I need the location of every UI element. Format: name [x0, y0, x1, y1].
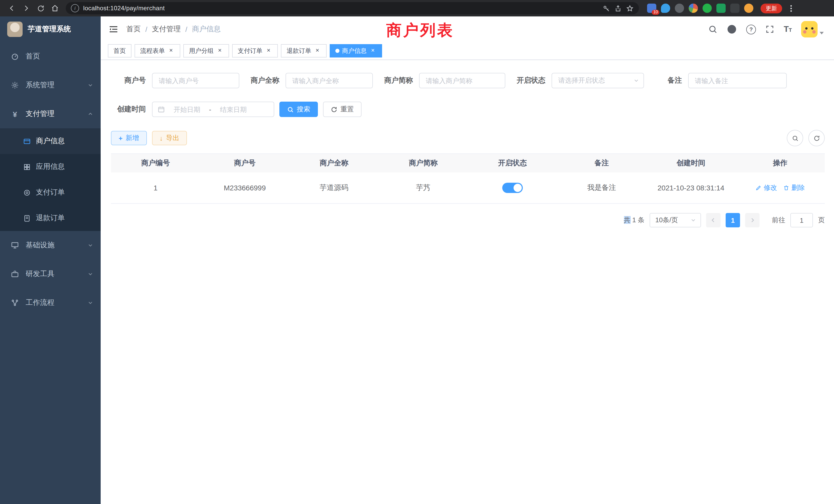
- add-button[interactable]: + 新增: [111, 131, 147, 145]
- fullscreen-icon[interactable]: [765, 25, 774, 34]
- sidebar-item-infrastructure[interactable]: 基础设施: [0, 231, 101, 260]
- extension-grid-icon[interactable]: 10: [647, 4, 656, 13]
- tab-merchant-info[interactable]: 商户信息 ×: [330, 44, 382, 58]
- sidebar-item-payment[interactable]: ¥ 支付管理: [0, 99, 101, 128]
- full-name-label: 商户全称: [250, 76, 286, 85]
- status-select[interactable]: 请选择开启状态: [552, 73, 644, 88]
- sidebar-item-app-info[interactable]: 应用信息: [0, 154, 101, 180]
- tab-home[interactable]: 首页: [108, 44, 131, 58]
- breadcrumb-home[interactable]: 首页: [126, 25, 141, 34]
- chevron-down-icon: [87, 242, 93, 248]
- sidebar-item-workflow[interactable]: 工作流程: [0, 289, 101, 317]
- browser-menu-icon[interactable]: [788, 3, 794, 14]
- sidebar-item-system[interactable]: 系统管理: [0, 71, 101, 99]
- date-range-separator: -: [209, 106, 211, 113]
- tab-process-form[interactable]: 流程表单 ×: [135, 44, 180, 58]
- update-button[interactable]: 更新: [761, 3, 782, 13]
- tab-close-icon[interactable]: ×: [168, 47, 175, 54]
- short-name-input[interactable]: [419, 73, 505, 88]
- cell-status: [468, 173, 557, 203]
- back-button[interactable]: [5, 2, 19, 15]
- delete-link[interactable]: 删除: [783, 183, 805, 192]
- sidebar-item-home[interactable]: 首页: [0, 42, 101, 71]
- col-header: 商户编号: [111, 154, 200, 173]
- site-info-icon[interactable]: i: [71, 4, 79, 12]
- home-button[interactable]: [48, 2, 62, 15]
- end-date-input[interactable]: [213, 105, 254, 114]
- dashboard-icon: [10, 52, 20, 61]
- reload-button[interactable]: [34, 2, 47, 15]
- table-row: 1 M233666999 芋道源码 芋艿 我是备注 2021-10-23 08:…: [111, 173, 825, 204]
- extension-green-sheet-icon[interactable]: [717, 4, 726, 13]
- breadcrumb-payment[interactable]: 支付管理: [152, 25, 181, 34]
- forward-button[interactable]: [20, 2, 33, 15]
- create-time-range-picker[interactable]: -: [152, 101, 274, 117]
- goto-page-input[interactable]: [790, 213, 813, 227]
- start-date-input[interactable]: [167, 105, 207, 114]
- url-bar[interactable]: i localhost:1024/pay/merchant: [66, 2, 639, 14]
- tab-label: 流程表单: [140, 46, 165, 55]
- help-icon[interactable]: ?: [746, 24, 756, 34]
- tab-payment-order[interactable]: 支付订单 ×: [232, 44, 278, 58]
- github-icon[interactable]: [727, 24, 737, 35]
- download-icon: ↓: [159, 134, 163, 142]
- user-avatar[interactable]: [801, 21, 817, 38]
- prev-page-button[interactable]: [706, 213, 721, 227]
- merchant-table: 商户编号 商户号 商户全称 商户简称 开启状态 备注 创建时间 操作 1: [111, 154, 825, 204]
- sidebar-menu: 首页 系统管理 ¥ 支付管理: [0, 42, 101, 504]
- password-key-icon[interactable]: [602, 4, 610, 12]
- chevron-down-icon: [633, 77, 639, 84]
- collapse-sidebar-icon[interactable]: [101, 17, 126, 42]
- toggle-search-button[interactable]: [787, 130, 803, 146]
- caret-down-icon: [820, 32, 824, 35]
- tab-close-icon[interactable]: ×: [265, 47, 272, 54]
- col-header: 开启状态: [468, 154, 557, 173]
- export-button[interactable]: ↓ 导出: [152, 131, 187, 145]
- page-number-button[interactable]: 1: [726, 213, 740, 227]
- main-panel: 首页 / 支付管理 / 商户信息 商户列表 ?: [101, 17, 834, 504]
- tab-user-group[interactable]: 用户分组 ×: [183, 44, 229, 58]
- search-button[interactable]: 搜索: [279, 101, 318, 117]
- browser-toolbar: i localhost:1024/pay/merchant 10: [0, 0, 834, 17]
- page-content: 商户号 商户全称 商户简称 开启状态 请选择开启状态 备注: [101, 60, 834, 504]
- logo: 芋道管理系统: [0, 17, 101, 42]
- bookmark-star-icon[interactable]: [626, 4, 634, 12]
- extension-colorful-icon[interactable]: [689, 4, 698, 13]
- cell-id: 1: [111, 173, 200, 203]
- sidebar-item-dev-tools[interactable]: 研发工具: [0, 260, 101, 289]
- reset-button[interactable]: 重置: [323, 101, 361, 117]
- tab-label: 用户分组: [189, 46, 214, 55]
- sidebar-item-refund-order[interactable]: 退款订单: [0, 205, 101, 231]
- tab-close-icon[interactable]: ×: [314, 47, 321, 54]
- chevron-down-icon: [87, 271, 93, 277]
- extension-gray-circle-icon[interactable]: [675, 4, 684, 13]
- merchant-no-input[interactable]: [152, 73, 239, 88]
- extension-drop-icon[interactable]: [661, 4, 670, 13]
- tab-close-icon[interactable]: ×: [369, 47, 376, 54]
- font-size-icon[interactable]: TT: [784, 25, 792, 33]
- logo-title: 芋道管理系统: [28, 25, 71, 34]
- refresh-table-button[interactable]: [808, 130, 825, 146]
- extension-face-icon[interactable]: [744, 4, 753, 13]
- extension-green-circle-icon[interactable]: [703, 4, 712, 13]
- tab-refund-order[interactable]: 退款订单 ×: [281, 44, 327, 58]
- full-name-input[interactable]: [286, 73, 373, 88]
- extension-puzzle-icon[interactable]: [730, 4, 740, 13]
- extension-badge: 10: [652, 10, 659, 15]
- search-icon[interactable]: [708, 25, 718, 34]
- tab-close-icon[interactable]: ×: [216, 47, 223, 54]
- page-size-select[interactable]: 10条/页: [650, 213, 701, 227]
- remark-input[interactable]: [688, 73, 787, 88]
- edit-link[interactable]: 修改: [755, 183, 777, 192]
- sidebar-item-label: 支付订单: [36, 188, 65, 197]
- user-menu[interactable]: [801, 21, 824, 38]
- status-toggle[interactable]: [502, 183, 523, 193]
- sidebar-item-label: 退款订单: [36, 213, 65, 223]
- sidebar-item-merchant-info[interactable]: 商户信息: [0, 128, 101, 154]
- share-icon[interactable]: [614, 4, 622, 12]
- payment-submenu: 商户信息 应用信息 支付订单: [0, 128, 101, 231]
- sidebar-item-payment-order[interactable]: 支付订单: [0, 180, 101, 205]
- next-page-button[interactable]: [745, 213, 760, 227]
- filter-row-2: 创建时间 - 搜索 重置: [111, 101, 825, 117]
- chevron-down-icon: [87, 82, 93, 88]
